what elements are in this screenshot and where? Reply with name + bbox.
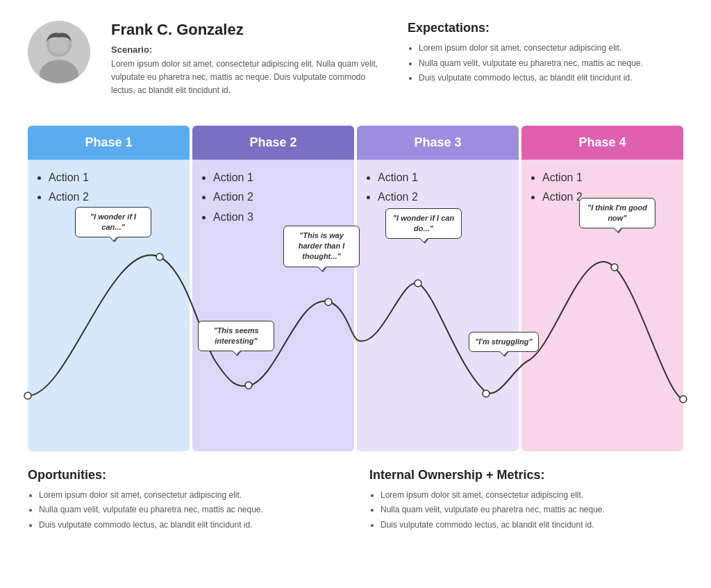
avatar [28, 21, 90, 83]
header-right: Expectations: Lorem ipsum dolor sit amet… [408, 21, 683, 86]
expectations-label: Expectations: [408, 21, 683, 35]
phase-2-body: Action 1 Action 2 Action 3 [192, 160, 354, 451]
svg-point-3 [49, 35, 69, 54]
list-item: Lorem ipsum dolor sit amet, consectetur … [39, 488, 342, 503]
list-item: Lorem ipsum dolor sit amet, consectetur … [419, 41, 683, 56]
scenario-label: Scenario: [111, 44, 387, 55]
bubble-phase1: "I wonder if I can..." [75, 207, 151, 238]
person-name: Frank C. Gonzalez [111, 21, 387, 39]
list-item: Nulla quam velit, vulputate eu pharetra … [419, 56, 683, 72]
header-section: Frank C. Gonzalez Scenario: Lorem ipsum … [28, 21, 683, 98]
list-item: Action 2 [49, 187, 180, 208]
list-item: Duis vulputate commodo lectus, ac blandi… [380, 518, 683, 533]
phase-2-header: Phase 2 [192, 126, 354, 160]
list-item: Action 2 [213, 187, 344, 208]
metrics-list: Lorem ipsum dolor sit amet, consectetur … [369, 488, 683, 533]
phase-4-header: Phase 4 [521, 126, 683, 160]
bubble-phase3-trough: "I'm struggling" [469, 332, 539, 352]
opportunities-title: Oportunities: [28, 468, 342, 482]
phase-3-actions: Action 1 Action 2 [367, 168, 509, 208]
scenario-text: Lorem ipsum dolor sit amet, consectetur … [111, 58, 387, 98]
list-item: Action 1 [213, 168, 344, 188]
bubble-phase3-peak: "I wonder if I can do..." [385, 208, 462, 240]
list-item: Lorem ipsum dolor sit amet, consectetur … [380, 488, 683, 503]
opportunities-list: Lorem ipsum dolor sit amet, consectetur … [28, 488, 342, 533]
opportunities-section: Oportunities: Lorem ipsum dolor sit amet… [28, 468, 342, 533]
list-item: Action 2 [378, 187, 509, 208]
list-item: Action 1 [378, 168, 509, 188]
metrics-title: Internal Ownership + Metrics: [369, 468, 683, 482]
bubble-phase2-trough: "This seems interesting" [198, 321, 274, 352]
phase-1-actions: Action 1 Action 2 [37, 168, 180, 208]
metrics-section: Internal Ownership + Metrics: Lorem ipsu… [369, 468, 683, 533]
phase-2-actions: Action 1 Action 2 Action 3 [202, 168, 344, 228]
bubble-phase4-peak: "I think I'm good now" [579, 198, 655, 229]
phase-3-header: Phase 3 [357, 126, 519, 160]
phase-3-body: Action 1 Action 2 [357, 160, 519, 451]
list-item: Nulla quam velit, vulputate eu pharetra … [380, 503, 683, 518]
bottom-section: Oportunities: Lorem ipsum dolor sit amet… [28, 468, 683, 533]
expectations-list: Lorem ipsum dolor sit amet, consectetur … [408, 41, 683, 86]
phase-1-header: Phase 1 [28, 126, 190, 160]
list-item: Duis vulputate commodo lectus, ac blandi… [39, 518, 342, 533]
list-item: Action 1 [49, 168, 180, 188]
list-item: Action 3 [213, 208, 344, 228]
header-left: Frank C. Gonzalez Scenario: Lorem ipsum … [111, 21, 387, 98]
bubble-phase2-peak: "This is way harder than I thought..." [283, 226, 360, 267]
list-item: Nulla quam velit, vulputate eu pharetra … [39, 503, 342, 518]
list-item: Duis vulputate commodo lectus, ac blandi… [419, 71, 683, 86]
phase-1-body: Action 1 Action 2 [28, 160, 190, 451]
phase-content: Action 1 Action 2 Action 1 Action 2 Acti… [28, 160, 683, 451]
list-item: Action 1 [542, 168, 674, 188]
phase-headers: Phase 1 Phase 2 Phase 3 Phase 4 [28, 126, 683, 160]
